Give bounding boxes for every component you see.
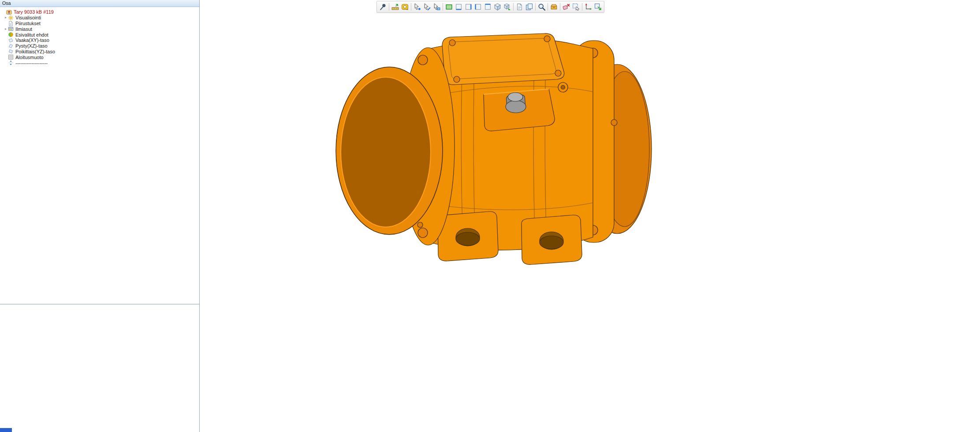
sheet-button[interactable] [515, 2, 524, 11]
select-edge-button[interactable] [422, 2, 432, 11]
select-point-button[interactable] [413, 2, 422, 11]
panel-title: Osa [2, 0, 11, 6]
measure-icon [391, 3, 399, 11]
model-3d-vibration-motor[interactable] [328, 31, 663, 289]
delete-icon [563, 3, 570, 11]
tree-item-ilmiasut[interactable]: ▸Ilmiasut [0, 26, 199, 32]
toolbar-separator [411, 3, 411, 11]
tree-item-label: Visualisointi [15, 15, 41, 20]
tree-item-visualisointi[interactable]: ▸Visualisointi [0, 15, 199, 21]
tree-item-label: Vaaka(XY)-taso [15, 37, 49, 43]
view-left-button[interactable] [473, 2, 483, 11]
axes-icon [585, 3, 592, 11]
toolbar-separator [513, 3, 514, 11]
iso-export-icon [503, 3, 511, 11]
appearances-icon [8, 26, 14, 32]
select-point-icon [414, 3, 421, 11]
panel-lower-area [0, 305, 199, 432]
tree-item-label: Poikittais(YZ)-taso [15, 49, 55, 54]
toolbar-separator [582, 3, 582, 11]
tree-item-label: Ilmiasut [15, 26, 32, 32]
pick-region-icon [572, 3, 580, 11]
tree-item-vaaka-xy-taso[interactable]: Vaaka(XY)-taso [0, 37, 199, 43]
view-back-button[interactable] [483, 2, 492, 11]
iso-export-button[interactable] [503, 2, 512, 11]
magnifier-icon [538, 3, 545, 11]
plane-xz-icon [8, 43, 14, 49]
iso-cube-icon [494, 3, 501, 11]
tree-item-label: Tary 9033 kB #119 [14, 9, 54, 15]
view-back-icon [484, 3, 492, 11]
tree-item-poikittais-yz-taso[interactable]: Poikittais(YZ)-taso [0, 49, 199, 55]
view-right-icon [465, 3, 472, 11]
expand-chevron-icon[interactable]: ▸ [4, 15, 8, 20]
axes-button[interactable] [584, 2, 593, 11]
sheet-icon [516, 3, 523, 11]
copy-sheets-icon [525, 3, 533, 11]
toolbar-separator [443, 3, 443, 11]
preselect-icon [8, 32, 14, 37]
tree-item-label: Piirustukset [15, 21, 41, 26]
tape-measure-button[interactable] [400, 2, 410, 11]
select-face-button[interactable] [432, 2, 441, 11]
panel-header[interactable]: Osa [0, 0, 199, 7]
pin-icon [379, 3, 387, 11]
view-front-button[interactable] [454, 2, 463, 11]
drawer-button[interactable] [549, 2, 559, 11]
tree-item-insert-marker[interactable]: -------------------- [0, 60, 199, 66]
magnifier-button[interactable] [537, 2, 546, 11]
iso-cube-button[interactable] [493, 2, 502, 11]
toolbar-separator [548, 3, 548, 11]
tree-item-label: Pysty(XZ)-taso [15, 43, 48, 48]
visualization-icon [8, 15, 14, 21]
tree-item-label: Aloitusmuoto [15, 55, 44, 60]
pick-region-button[interactable] [571, 2, 581, 11]
delete-button[interactable] [562, 2, 571, 11]
measure-button[interactable] [391, 2, 400, 11]
feature-tree-panel: Osa Tary 9033 kB #119▸VisualisointiPiiru… [0, 0, 200, 432]
toolbar-separator [389, 3, 389, 11]
tree-item-label: -------------------- [15, 60, 48, 66]
export-view-icon [594, 3, 602, 11]
tree-item-piirustukset[interactable]: Piirustukset [0, 21, 199, 26]
vibration-motor-render [328, 31, 663, 289]
tree-item-root-part[interactable]: Tary 9033 kB #119 [0, 9, 199, 15]
tape-measure-icon [401, 3, 409, 11]
origin-icon [8, 54, 14, 60]
tree-item-esivalitut-ehdot[interactable]: Esivalitut ehdot [0, 32, 199, 37]
plane-view-button[interactable] [444, 2, 454, 11]
copy-sheets-button[interactable] [525, 2, 534, 11]
tree-item-aloitusmuoto[interactable]: Aloitusmuoto [0, 54, 199, 60]
insert-marker-icon [8, 60, 14, 66]
window-corner-accent [0, 428, 12, 432]
viewport-toolbar [376, 1, 604, 13]
tree-item-label: Esivalitut ehdot [15, 32, 48, 37]
plane-xy-icon [8, 37, 14, 43]
view-left-icon [474, 3, 482, 11]
expand-chevron-icon[interactable]: ▸ [4, 27, 8, 31]
plane-view-icon [445, 3, 453, 11]
drawer-icon [550, 3, 558, 11]
view-front-icon [455, 3, 462, 11]
drawings-icon [8, 21, 14, 26]
tree-item-pysty-xz-taso[interactable]: Pysty(XZ)-taso [0, 43, 199, 49]
feature-tree: Tary 9033 kB #119▸VisualisointiPiirustuk… [0, 7, 199, 303]
part-icon [6, 9, 12, 15]
select-face-icon [433, 3, 440, 11]
pin-button[interactable] [378, 2, 388, 11]
toolbar-separator [535, 3, 536, 11]
plane-yz-icon [8, 48, 14, 54]
toolbar-separator [560, 3, 560, 11]
3d-viewport[interactable] [200, 0, 980, 432]
export-view-button[interactable] [593, 2, 603, 11]
view-right-button[interactable] [464, 2, 473, 11]
select-edge-icon [423, 3, 431, 11]
